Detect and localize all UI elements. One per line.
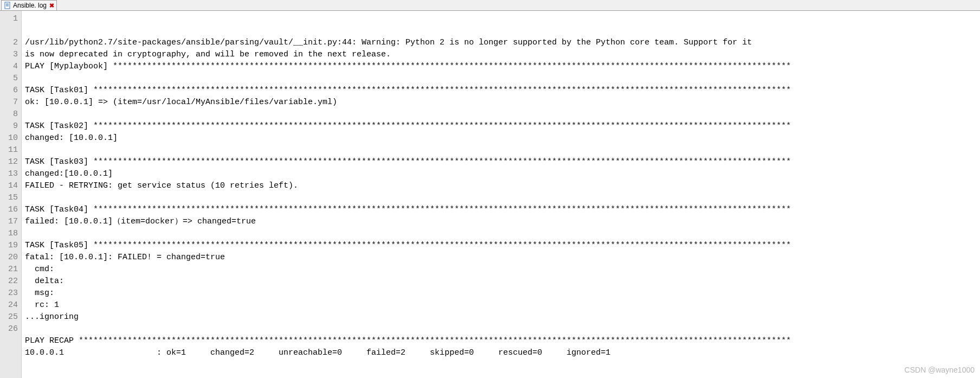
svg-rect-0: [5, 2, 10, 9]
line-number: 26: [2, 323, 18, 335]
code-line: TASK [Task05] **************************…: [25, 240, 977, 252]
code-line: PLAY RECAP *****************************…: [25, 335, 977, 347]
line-number: 18: [2, 228, 18, 240]
code-line: failed: [10.0.0.1]（item=docker）=> change…: [25, 216, 977, 228]
line-number: 13: [2, 168, 18, 180]
code-line: cmd:: [25, 264, 977, 276]
code-line: [25, 144, 977, 156]
code-line: 10.0.0.1 : ok=1 changed=2 unreachable=0 …: [25, 347, 977, 359]
code-line: [25, 228, 977, 240]
line-number: 17: [2, 216, 18, 228]
close-icon[interactable]: ✖: [49, 2, 54, 9]
line-number-gutter: 1234567891011121314151617181920212223242…: [0, 11, 22, 378]
line-number: 24: [2, 299, 18, 311]
code-line: [25, 192, 977, 204]
code-line: TASK [Task04] **************************…: [25, 204, 977, 216]
code-line: PLAY [Myplaybook] **********************…: [25, 61, 977, 73]
code-line: changed:[10.0.0.1]: [25, 168, 977, 180]
line-number: 23: [2, 287, 18, 299]
code-content[interactable]: /usr/lib/python2.7/site-packages/ansible…: [22, 11, 980, 378]
code-line: rc: 1: [25, 299, 977, 311]
code-line: TASK [Task03] **************************…: [25, 156, 977, 168]
code-line: [25, 108, 977, 120]
line-number: 22: [2, 276, 18, 287]
tab-filename: Ansible. log: [13, 2, 47, 9]
line-number: 10: [2, 132, 18, 144]
line-number: [2, 25, 18, 37]
line-number: 2: [2, 37, 18, 49]
code-line: FAILED - RETRYING: get service status (1…: [25, 180, 977, 192]
line-number: 12: [2, 156, 18, 168]
line-number: 7: [2, 97, 18, 108]
code-line: fatal: [10.0.0.1]: FAILED! = changed=tru…: [25, 252, 977, 264]
file-icon: [4, 2, 11, 9]
line-number: 5: [2, 73, 18, 85]
line-number: 1: [2, 13, 18, 25]
line-number: 3: [2, 49, 18, 61]
line-number: 14: [2, 180, 18, 192]
code-line: TASK [Task01] **************************…: [25, 85, 977, 97]
line-number: 8: [2, 108, 18, 120]
line-number: 15: [2, 192, 18, 204]
code-line: [25, 73, 977, 85]
line-number: 19: [2, 240, 18, 252]
code-line: is now deprecated in cryptography, and w…: [25, 49, 977, 61]
code-line: [25, 323, 977, 335]
line-number: 25: [2, 311, 18, 323]
code-line: TASK [Task02] **************************…: [25, 120, 977, 132]
line-number: 6: [2, 85, 18, 97]
code-line: delta:: [25, 276, 977, 287]
line-number: 11: [2, 144, 18, 156]
tab-bar: Ansible. log ✖: [0, 0, 980, 11]
editor-area: 1234567891011121314151617181920212223242…: [0, 11, 980, 378]
file-tab[interactable]: Ansible. log ✖: [1, 0, 57, 10]
line-number: 4: [2, 61, 18, 73]
line-number: 9: [2, 120, 18, 132]
watermark: CSDN @wayne1000: [905, 364, 975, 376]
code-line: changed: [10.0.0.1]: [25, 132, 977, 144]
line-number: 20: [2, 252, 18, 264]
code-line: msg:: [25, 287, 977, 299]
line-number: 21: [2, 264, 18, 276]
code-line: ok: [10.0.0.1] => (item=/usr/local/MyAns…: [25, 97, 977, 108]
line-number: 16: [2, 204, 18, 216]
code-line: /usr/lib/python2.7/site-packages/ansible…: [25, 37, 977, 49]
code-line: ...ignoring: [25, 311, 977, 323]
